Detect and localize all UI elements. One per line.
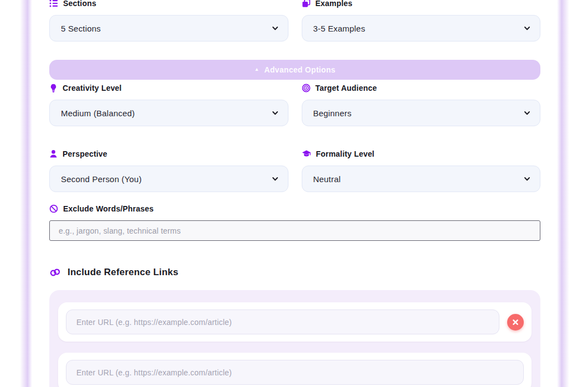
card-right-glow — [557, 0, 569, 387]
sections-label: Sections — [63, 0, 96, 8]
perspective-label: Perspective — [63, 149, 107, 158]
perspective-label-row: Perspective — [49, 148, 288, 159]
exclude-words-input[interactable] — [49, 220, 540, 241]
sections-select-wrap: 5 Sections — [49, 15, 288, 42]
chevron-up-icon: ▲ — [254, 67, 259, 72]
creativity-select[interactable]: Medium (Balanced) — [49, 100, 288, 126]
field-examples: Examples 3-5 Examples — [302, 0, 541, 42]
examples-label-row: Examples — [302, 0, 541, 9]
field-exclude-words: Exclude Words/Phrases — [49, 203, 540, 241]
audience-label: Target Audience — [316, 84, 377, 92]
sections-label-row: Sections — [49, 0, 288, 9]
person-icon — [49, 149, 58, 158]
audience-select[interactable]: Beginners — [302, 100, 541, 126]
exclude-label-row: Exclude Words/Phrases — [49, 203, 540, 214]
audience-select-wrap: Beginners — [302, 100, 541, 126]
sections-select[interactable]: 5 Sections — [49, 15, 288, 42]
reference-link-row — [58, 302, 532, 342]
formality-select[interactable]: Neutral — [302, 166, 541, 192]
formality-label: Formality Level — [316, 149, 375, 158]
row-perspective-formality: Perspective Second Person (You) — [49, 148, 540, 192]
perspective-select[interactable]: Second Person (You) — [49, 166, 288, 192]
generator-form-panel: Sections 5 Sections Examples — [49, 0, 540, 387]
row-sections-examples: Sections 5 Sections Examples — [49, 0, 540, 42]
examples-select[interactable]: 3-5 Examples — [302, 15, 541, 42]
lightbulb-icon — [49, 84, 58, 92]
graduation-cap-icon — [302, 149, 311, 158]
creativity-label-row: Creativity Level — [49, 82, 288, 94]
list-icon — [49, 0, 58, 8]
reference-links-container — [49, 290, 540, 387]
reference-links-heading-row: Include Reference Links — [49, 266, 540, 279]
card-left-glow — [20, 0, 32, 387]
field-formality: Formality Level Neutral — [302, 148, 541, 192]
audience-label-row: Target Audience — [302, 82, 541, 94]
reference-links-heading: Include Reference Links — [68, 267, 178, 278]
field-audience: Target Audience Beginners — [302, 82, 541, 126]
creativity-select-wrap: Medium (Balanced) — [49, 100, 288, 126]
exclude-label: Exclude Words/Phrases — [63, 204, 153, 213]
examples-label: Examples — [316, 0, 353, 8]
advanced-options-toggle[interactable]: ▲ Advanced Options — [49, 60, 540, 80]
link-icon — [49, 267, 61, 278]
reference-url-input[interactable] — [66, 360, 524, 385]
advanced-options-label: Advanced Options — [264, 65, 335, 74]
creativity-label: Creativity Level — [63, 84, 122, 92]
remove-link-button[interactable] — [507, 314, 524, 331]
perspective-select-wrap: Second Person (You) — [49, 166, 288, 192]
field-creativity: Creativity Level Medium (Balanced) — [49, 82, 288, 126]
reference-url-input[interactable] — [66, 309, 499, 334]
ban-icon — [49, 204, 58, 213]
close-icon — [512, 319, 519, 326]
formality-label-row: Formality Level — [302, 148, 541, 159]
examples-select-wrap: 3-5 Examples — [302, 15, 541, 42]
copy-icon — [302, 0, 311, 8]
field-sections: Sections 5 Sections — [49, 0, 288, 42]
target-icon — [302, 84, 311, 92]
formality-select-wrap: Neutral — [302, 166, 541, 192]
row-creativity-audience: Creativity Level Medium (Balanced) Targe… — [49, 82, 540, 126]
reference-link-row — [58, 353, 532, 387]
field-perspective: Perspective Second Person (You) — [49, 148, 288, 192]
